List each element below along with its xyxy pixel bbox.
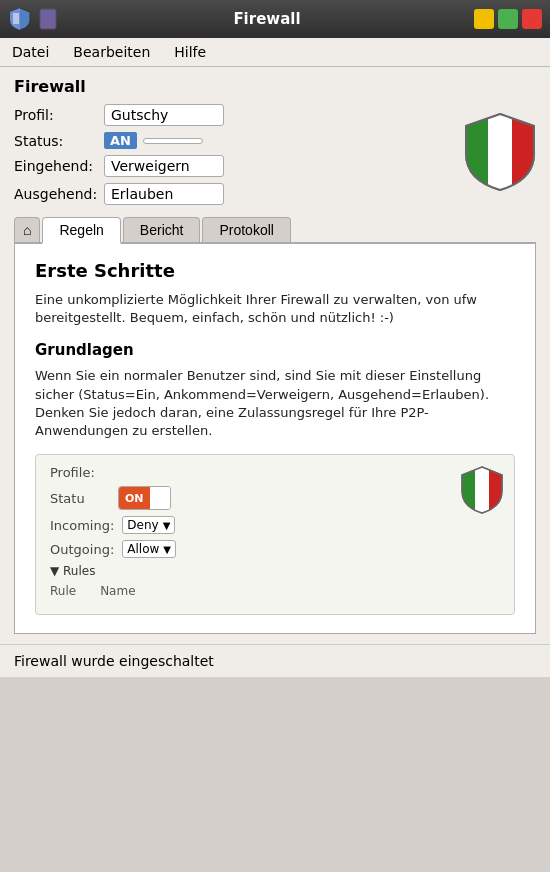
svg-rect-7 — [475, 467, 489, 513]
titlebar-left-icons — [8, 7, 60, 31]
outgoing-value[interactable]: Erlauben — [104, 183, 224, 205]
status-input-rest[interactable] — [143, 138, 203, 144]
inner-deny-arrow: ▼ — [163, 520, 171, 531]
inner-on-toggle[interactable]: ON — [118, 486, 171, 510]
svg-rect-2 — [40, 9, 56, 29]
tab-home-button[interactable]: ⌂ — [14, 217, 40, 242]
profile-value[interactable]: Gutschy — [104, 104, 224, 126]
incoming-value[interactable]: Verweigern — [104, 155, 224, 177]
home-icon: ⌂ — [23, 222, 31, 238]
tab-regeln[interactable]: Regeln — [42, 217, 120, 244]
status-on-badge: AN — [104, 132, 137, 149]
outgoing-value-container: Erlauben — [104, 183, 454, 205]
inner-table-header: Rule Name — [50, 584, 500, 598]
incoming-label: Eingehend: — [14, 158, 104, 174]
content-para2: Wenn Sie ein normaler Benutzer sind, sin… — [35, 367, 515, 440]
inner-deny-label: Deny — [127, 518, 158, 532]
inner-rules-label[interactable]: ▼ Rules — [50, 564, 95, 578]
footer: Firewall wurde eingeschaltet — [0, 644, 550, 677]
inner-outgoing-row: Outgoing: Allow ▼ — [50, 540, 500, 558]
minimize-button[interactable] — [474, 9, 494, 29]
inner-allow-arrow: ▼ — [163, 544, 171, 555]
maximize-button[interactable] — [498, 9, 518, 29]
inner-rule-col: Rule — [50, 584, 76, 598]
inner-allow-label: Allow — [127, 542, 159, 556]
inner-profile-label: Profile: — [50, 465, 110, 480]
app-shield-icon — [8, 7, 32, 31]
inner-rules-row: ▼ Rules — [50, 564, 500, 578]
close-button[interactable] — [522, 9, 542, 29]
inner-on-rest — [150, 487, 170, 509]
svg-rect-4 — [488, 114, 512, 190]
info-left: Profil: Gutschy Status: AN Eingehend: Ve… — [14, 104, 454, 207]
tab-bericht[interactable]: Bericht — [123, 217, 201, 242]
content-para1: Eine unkomplizierte Möglichkeit Ihrer Fi… — [35, 291, 515, 327]
profile-value-container: Gutschy — [104, 104, 454, 126]
inner-incoming-label: Incoming: — [50, 518, 114, 533]
tab-protokoll[interactable]: Protokoll — [202, 217, 290, 242]
content-heading1: Erste Schritte — [35, 260, 515, 281]
profile-label: Profil: — [14, 107, 104, 123]
inner-incoming-row: Incoming: Deny ▼ — [50, 516, 500, 534]
info-grid: Profil: Gutschy Status: AN Eingehend: Ve… — [14, 104, 454, 205]
menu-hilfe[interactable]: Hilfe — [170, 42, 210, 62]
purple-box-icon — [36, 7, 60, 31]
inner-deny-select[interactable]: Deny ▼ — [122, 516, 175, 534]
inner-status-row: Statu ON — [50, 486, 500, 510]
content-heading2: Grundlagen — [35, 341, 515, 359]
main-panel: Firewall Profil: Gutschy Status: AN Eing… — [0, 67, 550, 644]
inner-screenshot: Profile: Statu ON Incoming: Deny ▼ — [35, 454, 515, 615]
window-controls — [474, 9, 542, 29]
window-title: Firewall — [60, 10, 474, 28]
section-title: Firewall — [14, 77, 536, 96]
status-box: AN — [104, 132, 454, 149]
outgoing-label: Ausgehend: — [14, 186, 104, 202]
tabs-row: ⌂ Regeln Bericht Protokoll — [14, 217, 536, 244]
main-shield-icon — [464, 112, 536, 195]
inner-profile-row: Profile: — [50, 465, 500, 480]
inner-status-label: Statu — [50, 491, 110, 506]
svg-rect-1 — [13, 13, 19, 24]
incoming-value-container: Verweigern — [104, 155, 454, 177]
inner-name-col: Name — [100, 584, 135, 598]
menubar: Datei Bearbeiten Hilfe — [0, 38, 550, 67]
inner-on-label: ON — [119, 487, 150, 509]
info-with-shield: Profil: Gutschy Status: AN Eingehend: Ve… — [14, 104, 536, 207]
menu-datei[interactable]: Datei — [8, 42, 53, 62]
inner-shield-icon — [460, 465, 504, 518]
inner-outgoing-label: Outgoing: — [50, 542, 114, 557]
titlebar: Firewall — [0, 0, 550, 38]
footer-text: Firewall wurde eingeschaltet — [14, 653, 214, 669]
status-label: Status: — [14, 133, 104, 149]
inner-allow-select[interactable]: Allow ▼ — [122, 540, 176, 558]
content-panel: Erste Schritte Eine unkomplizierte Mögli… — [14, 244, 536, 634]
menu-bearbeiten[interactable]: Bearbeiten — [69, 42, 154, 62]
